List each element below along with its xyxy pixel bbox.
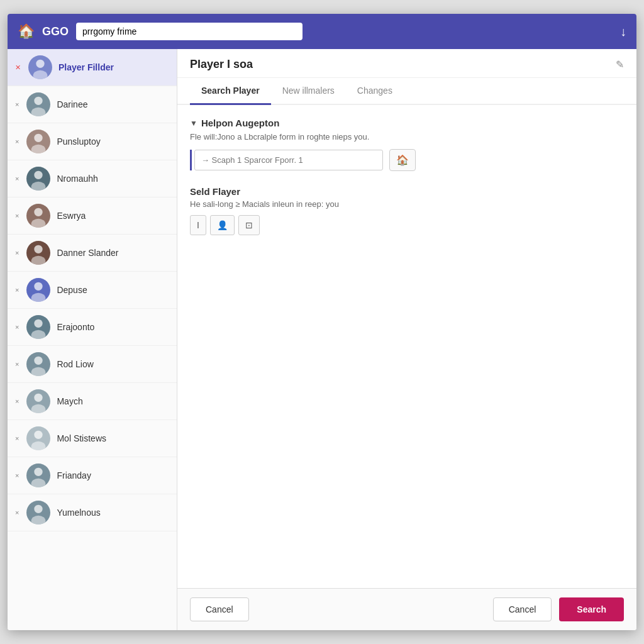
svg-point-9 xyxy=(31,219,46,228)
close-icon[interactable]: × xyxy=(15,472,19,479)
svg-point-21 xyxy=(31,441,46,450)
close-icon[interactable]: × xyxy=(15,286,19,294)
helper-description: Fle will:Jono a Lbcralple form in roghte… xyxy=(190,132,624,142)
svg-point-20 xyxy=(35,431,43,439)
sidebar-item-label: Mol Stistews xyxy=(57,433,106,443)
svg-point-12 xyxy=(35,282,43,291)
svg-point-1 xyxy=(33,70,48,79)
collapse-icon[interactable]: ▼ xyxy=(190,119,197,128)
close-icon[interactable]: ✕ xyxy=(15,64,21,72)
sidebar-item-label: Danner Slander xyxy=(57,248,118,258)
avatar xyxy=(26,167,50,191)
avatar xyxy=(26,278,50,302)
panel-title: Player I soa xyxy=(190,58,253,71)
close-icon[interactable]: × xyxy=(15,360,19,368)
sidebar-item-eswrya[interactable]: × Eswrya xyxy=(8,197,177,235)
close-icon[interactable]: × xyxy=(15,138,19,145)
svg-point-8 xyxy=(35,208,43,216)
sidebar-item-depuse[interactable]: × Depuse xyxy=(8,272,177,309)
avatar xyxy=(26,204,50,228)
avatar xyxy=(26,92,50,116)
helper-header: ▼ Helpon Augepton xyxy=(190,118,624,128)
close-icon[interactable]: × xyxy=(15,101,19,108)
ctrl-btn-person[interactable]: 👤 xyxy=(210,215,235,235)
player-search-input[interactable] xyxy=(194,150,383,170)
close-icon[interactable]: × xyxy=(15,509,19,516)
sidebar-item-player-fillder[interactable]: ✕ Player Fillder xyxy=(8,49,177,86)
tab-search-player[interactable]: Search Player xyxy=(190,78,271,105)
svg-point-11 xyxy=(31,256,46,265)
tabs-container: Search PlayerNew illmalersChanges xyxy=(177,78,636,105)
svg-point-2 xyxy=(35,97,43,105)
sidebar-item-label: Frianday xyxy=(57,470,91,480)
sidebar-item-nromauhh[interactable]: × Nromauhh xyxy=(8,160,177,197)
svg-point-17 xyxy=(31,367,46,376)
sidebar-item-label: Nromauhh xyxy=(57,174,97,184)
close-icon[interactable]: × xyxy=(15,397,19,405)
cancel-right-button[interactable]: Cancel xyxy=(493,597,552,621)
svg-point-7 xyxy=(31,182,46,191)
svg-point-0 xyxy=(36,60,44,68)
avatar xyxy=(28,55,52,79)
edit-icon[interactable]: ✎ xyxy=(616,58,624,70)
sidebar-item-erajoonto[interactable]: × Erajoonto xyxy=(8,309,177,346)
sidebar-item-rod-liow[interactable]: × Rod Liow xyxy=(8,346,177,383)
tab-new-illmalers[interactable]: New illmalers xyxy=(271,78,346,105)
sidebar-item-label: Eswrya xyxy=(57,211,86,221)
close-icon[interactable]: × xyxy=(15,435,19,442)
dropdown-icon[interactable]: ↓ xyxy=(620,25,626,39)
close-icon[interactable]: × xyxy=(15,249,19,257)
sidebar-item-frianday[interactable]: × Frianday xyxy=(8,457,177,494)
bottom-bar: Cancel Cancel Search xyxy=(177,588,636,630)
search-row: 🏠 xyxy=(190,149,624,171)
search-input-wrapper xyxy=(190,150,383,170)
panel-body: ▼ Helpon Augepton Fle will:Jono a Lbcral… xyxy=(177,105,636,588)
avatar xyxy=(26,389,50,413)
ctrl-btn-grid[interactable]: ⊡ xyxy=(238,215,260,235)
svg-point-3 xyxy=(31,108,46,116)
sidebar-item-punsluptoy[interactable]: × Punsluptoy xyxy=(8,123,177,160)
close-icon[interactable]: × xyxy=(15,175,19,182)
svg-point-13 xyxy=(31,293,46,302)
sidebar-item-label: Yumelnous xyxy=(57,508,100,518)
avatar xyxy=(26,464,50,487)
svg-point-6 xyxy=(35,171,43,179)
svg-point-23 xyxy=(31,479,46,487)
svg-point-22 xyxy=(35,468,43,476)
ctrl-btn-text[interactable]: I xyxy=(190,215,206,235)
svg-point-18 xyxy=(35,394,43,402)
panel-header: Player I soa ✎ xyxy=(177,49,636,78)
avatar xyxy=(26,501,50,525)
select-player-description: He sali-long ≥ Macials inleun in reep: y… xyxy=(190,199,624,209)
sidebar-item-yumelnous[interactable]: × Yumelnous xyxy=(8,494,177,531)
svg-point-25 xyxy=(31,516,46,525)
sidebar-item-label: Erajoonto xyxy=(57,322,94,332)
close-icon[interactable]: × xyxy=(15,212,19,219)
sidebar-item-maych[interactable]: × Maych xyxy=(8,383,177,420)
search-button[interactable]: Search xyxy=(559,597,624,621)
close-icon[interactable]: × xyxy=(15,323,19,331)
sidebar-item-mol-stistews[interactable]: × Mol Stistews xyxy=(8,420,177,457)
cancel-left-button[interactable]: Cancel xyxy=(190,597,249,621)
svg-point-4 xyxy=(35,134,43,142)
tab-changes[interactable]: Changes xyxy=(346,78,404,105)
svg-point-5 xyxy=(31,145,46,153)
sidebar-item-label: Rod Liow xyxy=(57,359,93,369)
sidebar-item-label: Player Fillder xyxy=(58,62,114,72)
home-icon[interactable]: 🏠 xyxy=(18,23,35,40)
avatar xyxy=(26,315,50,339)
app-title: GGO xyxy=(42,25,69,38)
svg-point-19 xyxy=(31,404,46,413)
app-window: 🏠 GGO ↓ ✕ Player Fillder× Darinee× Punsl… xyxy=(8,14,636,630)
select-player-title: Seld Flayer xyxy=(190,186,624,197)
svg-point-15 xyxy=(31,330,46,339)
clipboard-button[interactable]: 🏠 xyxy=(389,149,416,171)
helper-title: Helpon Augepton xyxy=(201,118,279,128)
sidebar-item-danner-slander[interactable]: × Danner Slander xyxy=(8,235,177,272)
sidebar-item-label: Darinee xyxy=(57,99,87,109)
bottom-right-buttons: Cancel Search xyxy=(493,597,624,621)
svg-point-14 xyxy=(35,319,43,328)
sidebar-item-darinee[interactable]: × Darinee xyxy=(8,86,177,123)
main-content: ✕ Player Fillder× Darinee× Punsluptoy× N… xyxy=(8,49,636,630)
top-search-input[interactable] xyxy=(76,23,303,40)
